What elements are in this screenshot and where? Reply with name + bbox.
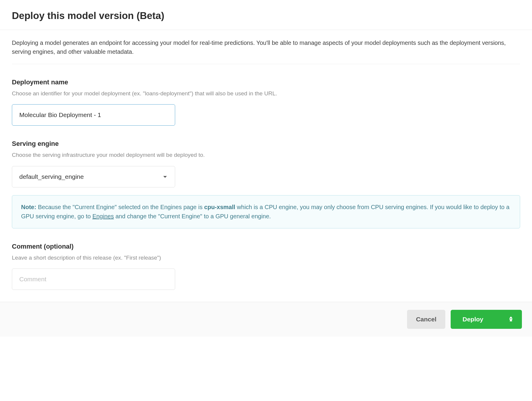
engine-note-box: Note: Because the "Current Engine" selec…	[12, 195, 520, 228]
serving-engine-section: Serving engine Choose the serving infras…	[12, 139, 520, 228]
comment-section: Comment (optional) Leave a short descrip…	[12, 241, 520, 290]
comment-desc: Leave a short description of this releas…	[12, 254, 520, 262]
dialog-footer: Cancel Deploy	[0, 302, 532, 337]
dialog-content: Deploying a model generates an endpoint …	[0, 30, 532, 302]
intro-text: Deploying a model generates an endpoint …	[12, 38, 520, 64]
deployment-name-title: Deployment name	[12, 77, 520, 87]
comment-title: Comment (optional)	[12, 241, 520, 251]
deployment-name-desc: Choose an identifier for your model depl…	[12, 89, 520, 98]
serving-engine-desc: Choose the serving infrastructure your m…	[12, 151, 520, 160]
serving-engine-select-wrapper: default_serving_engine	[12, 166, 175, 187]
deploy-button-label: Deploy	[463, 316, 483, 323]
deployment-name-input[interactable]	[12, 104, 175, 126]
serving-engine-select[interactable]: default_serving_engine	[12, 166, 175, 187]
comment-input[interactable]	[12, 269, 175, 290]
dialog-title: Deploy this model version (Beta)	[12, 8, 520, 23]
note-text-1: Because the "Current Engine" selected on…	[36, 204, 204, 210]
note-label: Note:	[21, 204, 36, 210]
rocket-icon	[508, 316, 514, 323]
deploy-button[interactable]: Deploy	[451, 310, 522, 329]
deployment-name-section: Deployment name Choose an identifier for…	[12, 77, 520, 126]
engines-link[interactable]: Engines	[92, 213, 114, 220]
note-text-3: and change the "Current Engine" to a GPU…	[114, 213, 271, 220]
serving-engine-title: Serving engine	[12, 139, 520, 149]
note-engine-name: cpu-xsmall	[204, 204, 235, 210]
cancel-button[interactable]: Cancel	[407, 310, 445, 329]
dialog-header: Deploy this model version (Beta)	[0, 0, 532, 30]
